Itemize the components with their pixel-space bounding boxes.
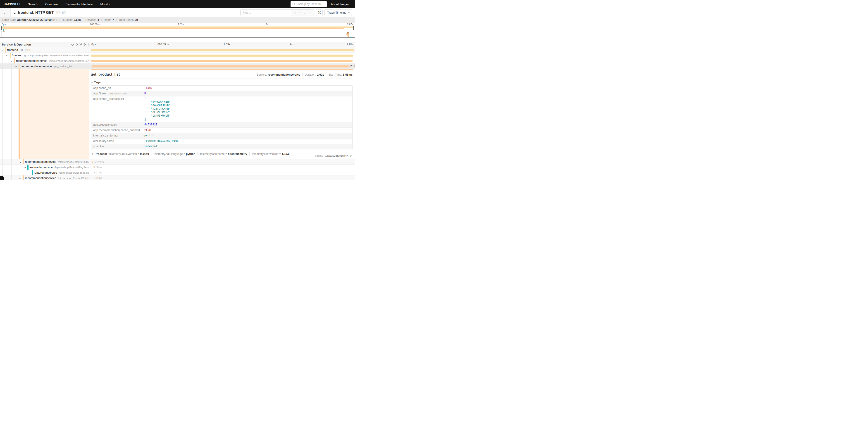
clear-find-icon[interactable]: ✕ bbox=[309, 11, 311, 14]
span-duration-bar[interactable] bbox=[92, 167, 92, 169]
span-duration-bar[interactable] bbox=[92, 161, 93, 163]
span-duration-label: 1.04ms bbox=[93, 177, 102, 179]
expand-span-chevron[interactable] bbox=[10, 60, 13, 62]
minimap-canvas[interactable] bbox=[0, 26, 355, 38]
span-id-label: SpanID: bbox=[315, 154, 324, 157]
span-row[interactable]: recommendationserviceget_product_list2.6… bbox=[0, 64, 355, 69]
keyboard-shortcuts-button[interactable]: ⌘ bbox=[316, 9, 323, 16]
tag-value-text: recommendationservice bbox=[144, 140, 179, 143]
process-kv: telemetry.sdk.language = python bbox=[154, 152, 195, 155]
minimap-left-drag-handle[interactable] bbox=[1, 26, 2, 30]
process-key: telemetry.sdk.name bbox=[200, 152, 225, 155]
trace-id-lookup-input[interactable] bbox=[297, 2, 324, 6]
minimap-right-drag-handle[interactable] bbox=[353, 26, 354, 30]
duration-label: Duration: bbox=[305, 73, 316, 76]
span-row[interactable]: featureflagservicefeatureflagservice.rep… bbox=[0, 170, 355, 175]
span-row[interactable]: frontendHTTP GET bbox=[0, 47, 355, 53]
process-kv: telemetry.auto.version = 0.34b0 bbox=[109, 152, 149, 155]
expand-span-chevron[interactable] bbox=[19, 177, 22, 179]
expand-span-chevron[interactable] bbox=[24, 166, 26, 169]
span-duration-bar[interactable] bbox=[92, 177, 92, 179]
ruler-tick: 0μs bbox=[91, 43, 96, 46]
span-timeline-cell[interactable] bbox=[89, 53, 355, 58]
span-duration-bar[interactable] bbox=[92, 65, 349, 67]
collapse-one-icon[interactable] bbox=[71, 43, 74, 46]
span-service-name[interactable]: frontend bbox=[12, 54, 23, 57]
column-resize-grip[interactable] bbox=[87, 43, 89, 46]
span-name-cell: featureflagservice/hipstershop.FeatureFl… bbox=[0, 165, 89, 170]
span-detail-row: get_product_list Service:recommendations… bbox=[0, 69, 355, 159]
span-duration-label: 2.62s bbox=[350, 64, 355, 68]
separator bbox=[83, 19, 83, 21]
span-duration-bar[interactable] bbox=[91, 49, 354, 51]
expand-one-icon[interactable] bbox=[75, 43, 78, 46]
tag-value: internal bbox=[142, 144, 352, 149]
span-service-name[interactable]: featureflagservice bbox=[29, 166, 53, 169]
span-operation-name: featureflagservice.repo.query:fe... bbox=[59, 171, 89, 174]
json-string: "OLJCESPC7Z" bbox=[151, 111, 170, 114]
span-timeline-cell[interactable] bbox=[89, 47, 355, 53]
tag-row: app.cache_hitfalse bbox=[91, 86, 352, 91]
floating-corner-button[interactable] bbox=[0, 176, 4, 180]
span-row[interactable]: recommendationservice/hipstershop.Recomm… bbox=[0, 58, 355, 64]
gridline bbox=[157, 165, 157, 170]
expand-all-icon[interactable] bbox=[84, 44, 85, 45]
span-timeline-cell[interactable]: 2.62s bbox=[89, 64, 355, 69]
span-timeline-cell[interactable]: 3.47ms bbox=[89, 170, 355, 175]
span-row[interactable]: recommendationservice/hipstershop.Featur… bbox=[0, 159, 355, 165]
span-row[interactable]: frontendgrpc.hipstershop.RecommendationS… bbox=[0, 53, 355, 58]
trace-id-short: 2f715fb bbox=[56, 11, 66, 14]
collapse-all-icon[interactable] bbox=[80, 44, 82, 45]
span-timeline-cell[interactable]: 3.68ms bbox=[89, 165, 355, 170]
back-button[interactable]: ← bbox=[0, 8, 11, 17]
span-service-name[interactable]: frontend bbox=[7, 48, 18, 52]
chevron-right-icon bbox=[91, 153, 93, 155]
span-duration-bar[interactable] bbox=[91, 60, 352, 62]
json-string: "2ZYFJ3GM2N" bbox=[151, 108, 170, 111]
trace-id-lookup[interactable] bbox=[290, 1, 327, 7]
span-id-value: 1ca2262df0e18447 bbox=[326, 154, 348, 157]
tags-section-toggle[interactable]: Tags bbox=[91, 81, 352, 84]
nav-item-compare[interactable]: Compare bbox=[41, 2, 62, 6]
separator bbox=[59, 19, 60, 21]
previous-match-icon[interactable] bbox=[299, 12, 301, 14]
span-service-name[interactable]: recommendationservice bbox=[16, 59, 47, 62]
tag-value-text: true bbox=[144, 128, 151, 132]
span-operation-name: /hipstershop.RecommendationService/Lis..… bbox=[49, 60, 89, 62]
about-jaeger-menu[interactable]: About Jaeger bbox=[331, 2, 352, 6]
focus-match-icon[interactable]: ◎ bbox=[294, 11, 296, 14]
span-timeline-cell[interactable]: 14.49ms bbox=[89, 159, 355, 164]
span-operation-name: get_product_list bbox=[54, 65, 72, 68]
find-input[interactable] bbox=[241, 9, 291, 16]
link-icon[interactable] bbox=[349, 154, 352, 157]
separator bbox=[249, 152, 250, 155]
summary-value-suffix: .543 bbox=[52, 18, 57, 22]
collapse-trace-chevron[interactable] bbox=[14, 11, 16, 15]
jaeger-logo[interactable]: JAEGER UI bbox=[0, 2, 24, 6]
nav-item-system-architecture[interactable]: System Architecture bbox=[62, 2, 96, 6]
gridline bbox=[157, 170, 157, 175]
span-service-name[interactable]: recommendationservice bbox=[21, 64, 52, 68]
expand-span-chevron[interactable] bbox=[2, 49, 4, 51]
span-detail-title: get_product_list bbox=[91, 72, 120, 77]
span-service-name[interactable]: featureflagservice bbox=[34, 171, 57, 174]
span-row[interactable]: featureflagservice/hipstershop.FeatureFl… bbox=[0, 165, 355, 170]
expand-span-chevron[interactable] bbox=[15, 65, 17, 67]
span-timeline-cell[interactable]: 1.04ms bbox=[89, 175, 355, 180]
expand-span-chevron[interactable] bbox=[19, 161, 22, 163]
span-duration-strip bbox=[91, 69, 353, 70]
expand-span-chevron[interactable] bbox=[6, 54, 8, 57]
span-timeline-cell[interactable] bbox=[89, 58, 355, 63]
json-bracket: [ bbox=[144, 97, 350, 101]
span-service-name[interactable]: recommendationservice bbox=[25, 176, 56, 180]
span-service-name[interactable]: recommendationservice bbox=[25, 160, 56, 164]
nav-item-search[interactable]: Search bbox=[24, 2, 41, 6]
span-duration-bar[interactable] bbox=[92, 172, 92, 174]
process-section-toggle[interactable]: Process: telemetry.auto.version = 0.34b0… bbox=[91, 152, 352, 155]
tag-key: app.products.count bbox=[91, 122, 142, 128]
span-duration-bar[interactable] bbox=[91, 55, 353, 57]
next-match-icon[interactable] bbox=[304, 12, 306, 14]
nav-item-monitor[interactable]: Monitor bbox=[96, 2, 114, 6]
span-row[interactable]: recommendationservice/hipstershop.Produc… bbox=[0, 175, 355, 180]
trace-view-selector[interactable]: Trace Timeline bbox=[324, 9, 352, 16]
